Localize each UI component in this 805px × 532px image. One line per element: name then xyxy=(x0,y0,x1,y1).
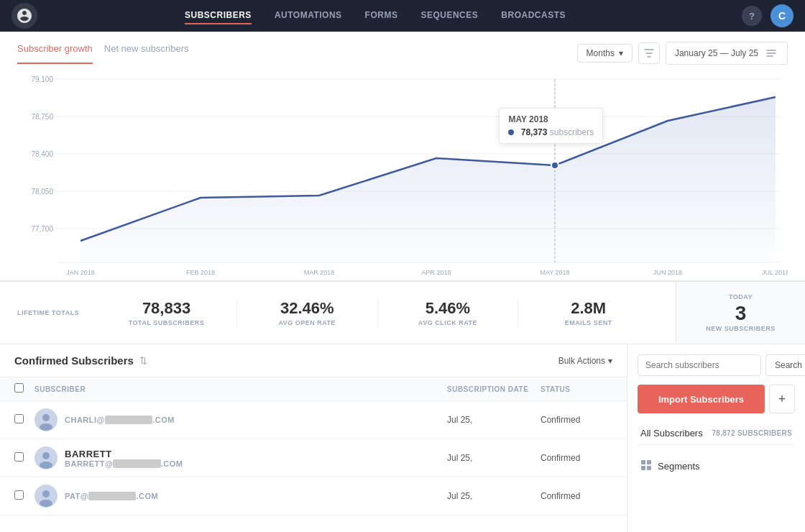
svg-text:JAN 2018: JAN 2018 xyxy=(66,269,95,276)
subscribers-panel: Confirmed Subscribers ⇅ Bulk Actions ▾ S… xyxy=(0,344,627,532)
tab-subscriber-growth[interactable]: Subscriber growth xyxy=(17,43,93,64)
avatar xyxy=(34,446,58,469)
sort-icon[interactable]: ⇅ xyxy=(139,355,147,366)
tab-net-new-subscribers[interactable]: Net new subscribers xyxy=(104,43,189,64)
search-button[interactable]: Search xyxy=(765,354,805,376)
svg-text:MAY 2018: MAY 2018 xyxy=(540,269,569,276)
svg-point-21 xyxy=(551,162,558,169)
svg-text:78,050: 78,050 xyxy=(31,188,53,196)
chart-area: 79,100 78,750 78,400 78,050 77,700 JAN 2… xyxy=(0,65,805,280)
table-header: SUBSCRIBER SUBSCRIPTION DATE STATUS xyxy=(0,377,627,401)
svg-rect-32 xyxy=(647,460,651,464)
svg-rect-31 xyxy=(641,460,645,464)
stats-bar: LIFETIME TOTALS 78,833 TOTAL SUBSCRIBERS… xyxy=(0,281,805,344)
search-input[interactable] xyxy=(638,354,761,376)
svg-text:MAR 2018: MAR 2018 xyxy=(304,269,335,276)
chart-section: Subscriber growth Net new subscribers Mo… xyxy=(0,32,805,281)
import-row: Import Subscribers + xyxy=(638,385,795,413)
svg-text:79,100: 79,100 xyxy=(31,75,53,83)
svg-text:JUN 2018: JUN 2018 xyxy=(653,269,682,276)
svg-point-26 xyxy=(42,452,50,459)
lifetime-stats: LIFETIME TOTALS 78,833 TOTAL SUBSCRIBERS… xyxy=(0,288,676,338)
chart-controls: Months ▾ January 25 — July 25 xyxy=(577,42,788,65)
row-checkbox-1[interactable] xyxy=(14,452,24,462)
svg-text:FEB 2018: FEB 2018 xyxy=(186,269,215,276)
all-subscribers-filter[interactable]: All Subscribers 78,872 SUBSCRIBERS xyxy=(638,422,795,445)
segments-icon xyxy=(640,459,652,473)
svg-point-27 xyxy=(40,462,52,469)
svg-rect-33 xyxy=(641,466,645,470)
bulk-actions-dropdown[interactable]: Bulk Actions ▾ xyxy=(558,356,612,366)
chart-header: Subscriber growth Net new subscribers Mo… xyxy=(0,32,805,65)
avatar xyxy=(34,408,58,431)
date-range-picker[interactable]: January 25 — July 25 xyxy=(666,42,788,65)
svg-point-24 xyxy=(40,423,52,431)
line-chart: 79,100 78,750 78,400 78,050 77,700 JAN 2… xyxy=(17,72,788,280)
stat-total-subscribers: 78,833 TOTAL SUBSCRIBERS xyxy=(96,299,236,326)
svg-point-30 xyxy=(40,500,52,507)
bottom-section: Confirmed Subscribers ⇅ Bulk Actions ▾ S… xyxy=(0,344,805,532)
svg-rect-34 xyxy=(647,466,651,470)
user-avatar[interactable]: C xyxy=(770,4,794,27)
svg-text:78,750: 78,750 xyxy=(31,113,53,121)
stat-emails-sent: 2.8M EMAILS SENT xyxy=(518,299,658,326)
filter-button[interactable] xyxy=(638,42,660,64)
today-stats: TODAY 3 NEW SUBSCRIBERS xyxy=(676,282,805,344)
nav-forms[interactable]: Forms xyxy=(365,7,398,24)
stat-avg-click-rate: 5.46% AVG CLICK RATE xyxy=(377,299,518,326)
segments-section[interactable]: Segments xyxy=(638,454,795,479)
date-range-icon xyxy=(764,46,778,60)
row-checkbox-0[interactable] xyxy=(14,414,24,423)
navigation: Subscribers Automations Forms Sequences … xyxy=(0,0,805,32)
avatar xyxy=(34,485,58,508)
subscribers-header: Confirmed Subscribers ⇅ Bulk Actions ▾ xyxy=(0,344,627,377)
logo[interactable] xyxy=(12,3,37,29)
table-row: charli@████████.com Jul 25, Confirmed xyxy=(0,401,627,439)
stat-avg-open-rate: 32.46% AVG OPEN RATE xyxy=(236,299,377,326)
months-dropdown[interactable]: Months ▾ xyxy=(577,44,632,63)
nav-automations[interactable]: Automations xyxy=(275,7,342,24)
nav-right: ? C xyxy=(742,4,794,27)
svg-point-23 xyxy=(42,414,50,421)
main-content: Subscriber growth Net new subscribers Mo… xyxy=(0,32,805,532)
search-row: Search xyxy=(638,354,795,376)
svg-text:JUL 2018: JUL 2018 xyxy=(762,269,788,276)
nav-subscribers[interactable]: Subscribers xyxy=(185,7,252,24)
svg-marker-20 xyxy=(80,97,776,262)
right-panel: Search Import Subscribers + All Subscrib… xyxy=(627,344,805,532)
row-checkbox-2[interactable] xyxy=(14,490,24,500)
nav-links: Subscribers Automations Forms Sequences … xyxy=(66,7,684,24)
table-row: pat@████████.com Jul 25, Confirmed xyxy=(0,477,627,515)
add-subscriber-button[interactable]: + xyxy=(769,385,795,413)
svg-text:APR 2018: APR 2018 xyxy=(421,269,451,276)
svg-point-29 xyxy=(42,490,50,497)
help-button[interactable]: ? xyxy=(742,6,762,26)
svg-text:77,700: 77,700 xyxy=(31,225,53,233)
import-subscribers-button[interactable]: Import Subscribers xyxy=(638,385,765,413)
svg-text:78,400: 78,400 xyxy=(31,150,53,158)
table-row: Barrett barrett@████████.com Jul 25, Con… xyxy=(0,439,627,477)
select-all-checkbox[interactable] xyxy=(14,383,24,393)
nav-broadcasts[interactable]: Broadcasts xyxy=(501,7,566,24)
nav-sequences[interactable]: Sequences xyxy=(420,7,478,24)
